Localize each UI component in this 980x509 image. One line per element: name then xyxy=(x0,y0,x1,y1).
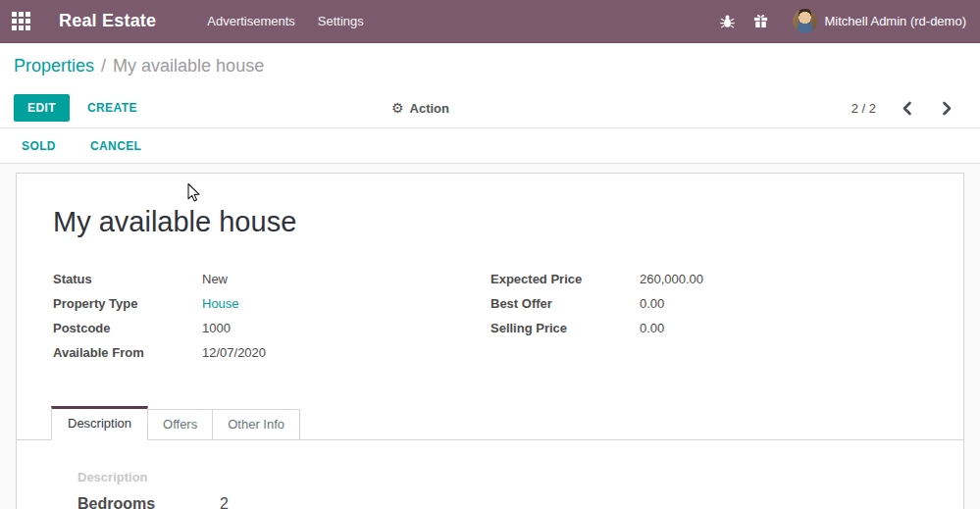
field-label: Available From xyxy=(53,345,202,360)
record-sheet: My available house Status New Property T… xyxy=(16,173,964,509)
field-label: Best Offer xyxy=(490,296,640,311)
field-bedrooms: Bedrooms 2 xyxy=(77,496,903,509)
sold-button[interactable]: SOLD xyxy=(22,139,56,153)
breadcrumb-separator: / xyxy=(101,56,106,76)
field-label: Bedrooms xyxy=(77,496,220,509)
property-type-link[interactable]: House xyxy=(202,296,239,311)
field-status: Status New xyxy=(53,272,490,286)
field-value: 1000 xyxy=(202,321,231,335)
navbar-right: Mitchell Admin (rd-demo) xyxy=(720,9,967,33)
field-groups: Status New Property Type House Postcode … xyxy=(53,272,927,370)
action-menu-label: Action xyxy=(410,101,449,116)
field-label: Status xyxy=(53,272,202,286)
field-label: Selling Price xyxy=(490,321,640,335)
field-value: 2 xyxy=(220,496,229,509)
tab-content-description: Description Bedrooms 2 Living Area (sqm) xyxy=(53,440,927,509)
field-group-right: Expected Price 260,000.00 Best Offer 0.0… xyxy=(490,272,927,370)
pager: 2 / 2 xyxy=(851,99,956,118)
user-menu[interactable]: Mitchell Admin (rd-demo) xyxy=(825,14,967,28)
field-postcode: Postcode 1000 xyxy=(53,321,490,335)
gift-icon[interactable] xyxy=(753,14,769,29)
breadcrumb-current: My available house xyxy=(113,56,264,76)
create-button[interactable]: CREATE xyxy=(87,101,137,115)
menu-settings[interactable]: Settings xyxy=(318,14,364,28)
breadcrumb-properties-link[interactable]: Properties xyxy=(14,56,94,76)
field-value: 0.00 xyxy=(640,321,664,335)
field-value: 0.00 xyxy=(640,296,664,311)
bug-icon[interactable] xyxy=(720,14,736,29)
notebook-tabs: Description Offers Other Info xyxy=(17,406,963,440)
navbar-menus: Advertisements Settings xyxy=(207,14,364,28)
apps-grid-icon[interactable] xyxy=(12,12,30,30)
top-navbar: Real Estate Advertisements Settings xyxy=(0,0,980,43)
tab-other-info[interactable]: Other Info xyxy=(212,409,300,440)
field-property-type: Property Type House xyxy=(53,296,490,311)
action-menu[interactable]: ⚙ Action xyxy=(391,101,449,116)
field-label: Postcode xyxy=(53,321,202,335)
chevron-left-icon xyxy=(902,101,912,116)
breadcrumb: Properties / My available house xyxy=(0,43,980,88)
tab-description[interactable]: Description xyxy=(51,406,148,440)
field-selling-price: Selling Price 0.00 xyxy=(490,321,927,335)
control-panel: EDIT CREATE ⚙ Action 2 / 2 xyxy=(0,88,980,127)
field-expected-price: Expected Price 260,000.00 xyxy=(490,272,927,286)
field-value: New xyxy=(202,272,228,286)
field-value: 260,000.00 xyxy=(640,272,703,286)
pager-previous-button[interactable] xyxy=(898,99,916,118)
chevron-right-icon xyxy=(942,101,953,116)
cancel-button[interactable]: CANCEL xyxy=(90,139,141,153)
record-title: My available house xyxy=(53,206,927,238)
user-avatar[interactable] xyxy=(793,9,817,33)
statusbar: SOLD CANCEL xyxy=(0,127,980,164)
field-best-offer: Best Offer 0.00 xyxy=(490,296,927,311)
gear-icon: ⚙ xyxy=(391,101,404,115)
content-area: My available house Status New Property T… xyxy=(0,164,980,509)
menu-advertisements[interactable]: Advertisements xyxy=(207,14,295,28)
field-value: 12/07/2020 xyxy=(202,345,266,360)
field-group-left: Status New Property Type House Postcode … xyxy=(53,272,490,370)
edit-button[interactable]: EDIT xyxy=(14,94,70,122)
tab-offers[interactable]: Offers xyxy=(147,409,213,440)
pager-next-button[interactable] xyxy=(938,99,956,118)
field-available-from: Available From 12/07/2020 xyxy=(53,345,490,360)
field-label: Property Type xyxy=(53,296,202,311)
group-title: Description xyxy=(77,470,903,484)
pager-value[interactable]: 2 / 2 xyxy=(851,101,876,116)
field-label: Expected Price xyxy=(490,272,640,286)
app-name: Real Estate xyxy=(59,11,156,31)
